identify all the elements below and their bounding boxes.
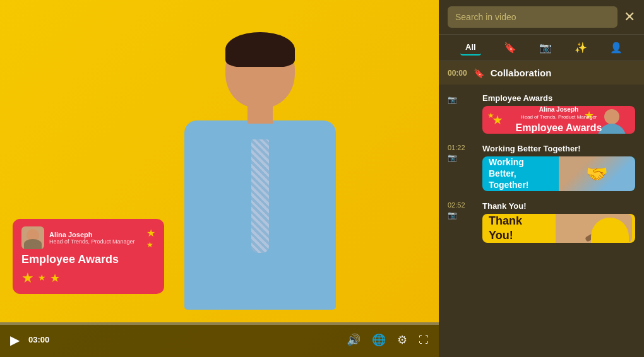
bottom-star-1: ★ — [21, 270, 34, 286]
thumb-body-2 — [591, 218, 629, 243]
tab-effects[interactable]: ✨ — [575, 42, 587, 54]
search-input[interactable] — [448, 6, 617, 28]
overlay-card: Alina Joseph Head of Trends, Product Man… — [13, 219, 164, 294]
thumb-person2 — [556, 214, 632, 243]
scene-icon-2: 📷 — [448, 153, 476, 162]
scene-thumbnail-1: ★ ★ ★ Alina Joseph Head of Trends, Produ… — [482, 106, 635, 134]
star-icon-2: ★ — [146, 240, 155, 249]
scene-meta-3: 02:52 📷 — [448, 201, 476, 219]
scene-content-1: Employee Awards ★ ★ ★ Alina Joseph Head … — [482, 93, 635, 134]
thumb-awards-text: Alina Joseph Head of Trends, Product Man… — [516, 106, 602, 134]
chapter-bookmark-icon: 🔖 — [474, 68, 484, 78]
scene-thumbnail-2: WorkingBetter,Together! 🤝 — [482, 156, 635, 191]
controls-right: 🔊 🌐 ⚙ ⛶ — [347, 333, 429, 347]
scene-meta-1: 📷 — [448, 93, 476, 104]
scene-icon-1: 📷 — [448, 95, 476, 104]
scene-meta-2: 01:22 📷 — [448, 144, 476, 162]
globe-icon[interactable]: 🌐 — [372, 333, 386, 347]
scene-content-3: Thank You! ThankYou! — [482, 201, 635, 243]
video-player: Alina Joseph Head of Trends, Product Man… — [0, 0, 439, 357]
play-button[interactable]: ▶ — [10, 332, 20, 348]
scene-content-2: Working Better Together! WorkingBetter,T… — [482, 144, 635, 191]
scene-item-working[interactable]: 01:22 📷 Working Better Together! Working… — [439, 139, 644, 196]
person-head — [225, 32, 295, 108]
tab-all[interactable]: All — [460, 40, 481, 56]
scene-item-thankyou[interactable]: 02:52 📷 Thank You! ThankYou! — [439, 196, 644, 249]
video-background: Alina Joseph Head of Trends, Product Man… — [0, 0, 439, 357]
overlay-stars-right: ★ ★ — [146, 227, 155, 249]
person-body — [184, 120, 336, 310]
scene-title-2: Working Better Together! — [482, 144, 635, 153]
tab-camera[interactable]: 📷 — [539, 42, 552, 54]
scene-item-awards[interactable]: 📷 Employee Awards ★ ★ ★ Alina Joseph — [439, 88, 644, 139]
chapter-time: 00:00 — [448, 69, 467, 78]
scene-time-3: 02:52 — [448, 201, 476, 209]
thumb-star-br: ★ — [492, 112, 503, 127]
settings-icon[interactable]: ⚙ — [397, 333, 407, 347]
person-hair — [225, 32, 295, 67]
scene-icon-3: 📷 — [448, 211, 476, 219]
time-display: 03:00 — [28, 335, 49, 344]
overlay-stars-bottom: ★ ★ ★ — [21, 270, 155, 286]
overlay-avatar-body — [24, 239, 42, 249]
bottom-star-2: ★ — [38, 272, 46, 286]
thumb-hands: 🤝 — [559, 156, 635, 191]
star-icon-1: ★ — [146, 227, 155, 239]
scene-thumbnail-3: ThankYou! — [482, 214, 635, 243]
progress-bar-container[interactable] — [0, 322, 439, 325]
overlay-title: Head of Trends, Product Manager — [49, 238, 141, 245]
scene-time-2: 01:22 — [448, 144, 476, 151]
overlay-name-block: Alina Joseph Head of Trends, Product Man… — [49, 231, 141, 245]
overlay-name: Alina Joseph — [49, 231, 141, 238]
search-bar: ✕ — [439, 0, 644, 35]
overlay-avatar — [21, 226, 44, 249]
chapter-title: Collaboration — [491, 67, 552, 78]
bottom-star-3: ★ — [50, 271, 60, 286]
close-button[interactable]: ✕ — [624, 9, 635, 25]
right-panel: ✕ All 🔖 📷 ✨ 👤 00:00 🔖 Collaboration 📷 Em… — [439, 0, 644, 357]
expand-icon[interactable]: ⛶ — [419, 334, 429, 346]
chapter-header: 00:00 🔖 Collaboration — [439, 61, 644, 85]
person-figure — [159, 32, 361, 322]
video-controls: ▶ 03:00 🔊 🌐 ⚙ ⛶ — [0, 322, 439, 357]
thumb-face-1 — [604, 109, 619, 124]
thumb-working-text: WorkingBetter,Together! — [489, 156, 569, 191]
thumb-thankyou-text: ThankYou! — [489, 214, 554, 243]
scene-title-3: Thank You! — [482, 201, 635, 211]
person-tie — [251, 139, 269, 253]
scene-title-1: Employee Awards — [482, 93, 635, 103]
tab-people[interactable]: 👤 — [610, 42, 623, 54]
tab-bookmark[interactable]: 🔖 — [504, 42, 516, 54]
overlay-award-title: Employee Awards — [21, 253, 155, 266]
scenes-list: 📷 Employee Awards ★ ★ ★ Alina Joseph — [439, 85, 644, 357]
overlay-card-header: Alina Joseph Head of Trends, Product Man… — [21, 226, 155, 249]
tabs-row: All 🔖 📷 ✨ 👤 — [439, 35, 644, 61]
volume-icon[interactable]: 🔊 — [347, 333, 361, 347]
